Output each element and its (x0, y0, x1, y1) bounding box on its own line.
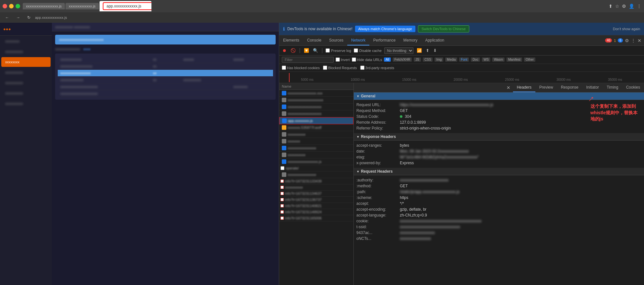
tab-elements[interactable]: Elements (279, 35, 303, 45)
share-icon[interactable]: ⬆ (609, 4, 613, 9)
filter-type-font[interactable]: Font (459, 57, 469, 62)
item-checkbox[interactable] (280, 166, 284, 170)
tab-console[interactable]: Console (303, 35, 325, 45)
tab-application[interactable]: Application (421, 35, 448, 45)
filter-type-ws[interactable]: WS (482, 57, 490, 62)
list-item[interactable]: xxxxxxxxxx (279, 152, 353, 158)
filter-input[interactable] (282, 57, 334, 63)
filter-type-css[interactable]: CSS (423, 57, 433, 62)
blocked-requests-input[interactable] (323, 66, 327, 70)
response-headers-header[interactable]: ▼ Response Headers (354, 133, 644, 141)
hide-data-urls-checkbox[interactable]: Hide data URLs (352, 57, 382, 62)
general-section-header[interactable]: ▼ General (354, 93, 644, 100)
filter-type-all[interactable]: All (384, 57, 391, 62)
list-item[interactable]: info?t=1673231148924 (279, 209, 353, 215)
tab-performance[interactable]: Performance (369, 35, 400, 45)
close-details-button[interactable]: ✕ (504, 83, 513, 92)
close-devtools-icon[interactable]: ✕ (638, 38, 641, 43)
tab-network[interactable]: Network (347, 35, 369, 45)
tab-timing[interactable]: Timing (603, 83, 622, 92)
sidebar-item-1[interactable]: xxxxxxxxxx (1, 47, 51, 56)
tab-cookies[interactable]: Cookies (622, 83, 644, 92)
tab-preview[interactable]: Preview (535, 83, 557, 92)
tab-initiator[interactable]: Initiator (582, 83, 603, 92)
list-item[interactable]: info?t=1673231165006 (279, 215, 353, 221)
third-party-checkbox[interactable]: 3rd-party requests (360, 66, 394, 70)
browser-tab-1[interactable]: xxxxxxxxxxxxxxxxxx.js (23, 3, 65, 9)
list-item[interactable]: xxxxxxxxxxxxxxxxxxx (279, 104, 353, 110)
clear-log-button[interactable]: ⬇ (433, 47, 437, 54)
filter-type-manifest[interactable]: Manifest (507, 57, 522, 62)
list-item[interactable]: xxxxxxs.535877f.woff (279, 124, 353, 131)
disable-cache-input[interactable] (354, 48, 358, 53)
disable-cache-checkbox[interactable]: Disable cache (354, 48, 382, 53)
filter-type-js[interactable]: JS (414, 57, 421, 62)
sidebar-item-active[interactable]: xxxxxxxx (1, 57, 51, 67)
more-icon[interactable]: ⋮ (631, 38, 636, 43)
list-item[interactable]: operate/ (279, 165, 353, 171)
list-item[interactable]: xxxxxxxxxxxxxxxx.xxx (279, 90, 353, 97)
tab-headers[interactable]: Headers (513, 83, 535, 92)
browser-tab-2[interactable]: xxxxxxxxxxxxx.js (66, 3, 99, 9)
list-item[interactable]: info?t=1673231136737 (279, 197, 353, 203)
sidebar-item-0[interactable]: xxxxxxxx (1, 36, 51, 46)
list-item[interactable]: xxxxxxxxxxxxxxxx (279, 171, 353, 178)
third-party-input[interactable] (360, 66, 364, 70)
reload-button[interactable]: ↻ (25, 15, 33, 20)
list-item[interactable]: xxxxxxxxxx (279, 184, 353, 191)
preserve-log-checkbox[interactable]: Preserve log (326, 48, 351, 53)
sidebar-item-5[interactable]: xxxxxxxxxx (1, 88, 51, 98)
switch-devtools-button[interactable]: Switch DevTools to Chinese (418, 25, 469, 32)
list-item[interactable]: xxxxxxxxxxxxxxxxxxxx (279, 97, 353, 104)
export-button[interactable]: ⬆ (425, 47, 430, 54)
invert-input[interactable] (336, 57, 340, 62)
sidebar-item-4[interactable]: xxxxxxxxxx (1, 78, 51, 88)
import-button[interactable]: 📶 (416, 47, 423, 54)
invert-checkbox[interactable]: Invert (336, 57, 350, 62)
stop-recording-button[interactable]: ⏺ (282, 47, 287, 54)
filter-type-img[interactable]: Img (435, 57, 443, 62)
request-headers-header[interactable]: ▼ Request Headers (354, 168, 644, 175)
throttle-select[interactable]: No throttling (384, 47, 413, 54)
has-blocked-checkbox[interactable]: Has blocked cookies (282, 66, 320, 70)
list-item[interactable]: info?t=1673231134637 (279, 191, 353, 197)
dismiss-notification[interactable]: Don't show again (613, 27, 640, 31)
list-item[interactable]: xxxxxxx (279, 138, 353, 145)
sidebar-item-6[interactable]: xxxxxxxxxx (1, 99, 51, 108)
profile-icon[interactable]: 👤 (629, 4, 634, 9)
filter-type-media[interactable]: Media (445, 57, 457, 62)
blocked-requests-checkbox[interactable]: Blocked Requests (323, 66, 357, 70)
back-button[interactable]: ← (3, 15, 12, 20)
address-bar[interactable]: app.xxxxxxxxxxxx.js (103, 2, 151, 10)
clear-button[interactable]: 🚫 (290, 47, 296, 54)
bookmark-icon[interactable]: ☆ (615, 4, 619, 9)
minimize-window-button[interactable] (9, 4, 14, 8)
filter-type-wasm[interactable]: Wasm (492, 57, 505, 62)
forward-button[interactable]: → (14, 15, 23, 20)
hide-data-urls-input[interactable] (352, 57, 356, 62)
menu-icon[interactable]: ⋮ (637, 4, 641, 9)
tab-response[interactable]: Response (557, 83, 582, 92)
match-language-button[interactable]: Always match Chrome's language (355, 26, 415, 32)
filter-type-fetchxhr[interactable]: Fetch/XHR (393, 57, 412, 62)
extensions-icon[interactable]: ⚙ (622, 4, 626, 9)
filter-type-other[interactable]: Other (524, 57, 535, 62)
browser-tab-active[interactable]: app.xxxxxxxxxxxx.js (100, 1, 151, 11)
search-button[interactable]: 🔍 (312, 47, 319, 54)
content-link-1[interactable]: xxxx (83, 47, 90, 51)
maximize-window-button[interactable] (16, 4, 20, 8)
preserve-log-input[interactable] (326, 48, 330, 53)
list-item-selected[interactable]: app.xxxxxxxx.js (279, 117, 353, 124)
close-window-button[interactable] (3, 4, 7, 8)
has-blocked-input[interactable] (282, 66, 286, 70)
filter-icon[interactable]: 🔽 (303, 47, 310, 54)
list-item[interactable]: xxxxxxxxxx (279, 131, 353, 138)
tab-memory[interactable]: Memory (400, 35, 421, 45)
list-item[interactable]: xxxxxxxxxxxxxxxxx.js (279, 158, 353, 165)
list-item[interactable]: xxxxxxxxxxxxxxxx (279, 145, 353, 152)
sidebar-item-3[interactable]: xxxxxxxxxx (1, 68, 51, 77)
list-item[interactable]: info?t=1673231140821 (279, 203, 353, 209)
list-item[interactable]: xxxxxxxxxxxxxxxxxxx (279, 110, 353, 117)
tab-sources[interactable]: Sources (325, 35, 347, 45)
list-item[interactable]: info?t=1673231133439 (279, 178, 353, 184)
